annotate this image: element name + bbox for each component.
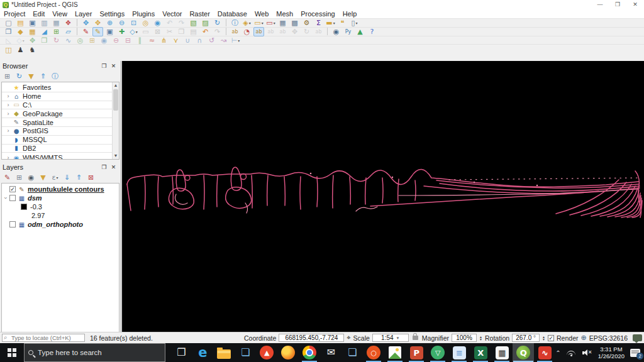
excel-icon[interactable]: X — [470, 343, 491, 362]
remove-layer-icon[interactable]: ⊠ — [86, 173, 96, 182]
edge-icon[interactable]: e — [192, 343, 213, 362]
browser-item-db2[interactable]: ▮DB2 — [2, 145, 119, 153]
layer-visibility-checkbox[interactable] — [9, 221, 16, 228]
remote-desktop-icon[interactable]: ❏ — [235, 343, 256, 362]
restore-button[interactable]: ❐ — [609, 0, 626, 9]
zoom-next-icon[interactable]: ↷ — [176, 18, 187, 28]
text-annotation-icon[interactable]: ▯▾ — [349, 18, 360, 28]
statistics-icon[interactable]: Σ — [313, 18, 324, 28]
delete-ring-icon[interactable]: ⊖ — [111, 36, 121, 45]
expand-all-icon[interactable]: ⇓ — [62, 173, 72, 182]
refresh-browser-icon[interactable]: ↻ — [14, 72, 25, 81]
delete-part-icon[interactable]: ⊟ — [123, 36, 133, 45]
select-features-icon[interactable]: ▭▾ — [253, 18, 264, 28]
zoom-out-icon[interactable]: ⊖ — [116, 18, 127, 28]
photos-app-icon[interactable] — [384, 343, 406, 362]
current-edits-icon[interactable]: ✎ — [80, 27, 91, 36]
menu-raster[interactable]: Raster — [186, 9, 213, 19]
menu-edit[interactable]: Edit — [29, 9, 48, 19]
filter-legend-icon[interactable]: ▼ — [38, 173, 48, 182]
modify-attributes-icon[interactable]: ▭ — [140, 27, 151, 36]
zoom-to-selection-icon[interactable]: ◎ — [140, 18, 151, 28]
layer-item-odm-orthophoto[interactable]: ▦odm_orthophoto — [2, 220, 119, 229]
trim-extend-icon[interactable]: ⊢▾ — [230, 36, 241, 45]
new-project-icon[interactable]: ▢ — [3, 18, 14, 28]
volume-muted-icon[interactable]: ✕ — [582, 349, 592, 356]
browser-item-geopackage[interactable]: ›◆GeoPackage — [2, 109, 119, 118]
menu-web[interactable]: Web — [251, 9, 272, 19]
deselect-features-icon[interactable]: ▭▾ — [265, 18, 276, 28]
menu-help[interactable]: Help — [339, 9, 361, 19]
rotate-point-symbols-icon[interactable]: ↺ — [206, 36, 217, 45]
red-s-app-icon[interactable]: ∿ — [534, 343, 555, 362]
layer-item-dsm[interactable]: ›▦dsm — [2, 194, 119, 202]
processing-toolbox-icon[interactable]: ⚙ — [301, 18, 312, 28]
layer-item-mountukulele-contours[interactable]: ✎mountukulele contours — [2, 185, 119, 194]
data-source-manager-icon[interactable]: ❐ — [3, 27, 14, 36]
add-part-icon[interactable]: ⊞ — [87, 36, 97, 45]
save-layer-edits-icon[interactable]: ▣ — [104, 27, 115, 36]
new-shapefile-layer-icon[interactable]: ▱ — [63, 27, 74, 36]
browser-item-home[interactable]: ›⌂Home — [2, 92, 119, 101]
refresh-map-icon[interactable]: ↻ — [212, 18, 223, 28]
messages-icon[interactable] — [633, 334, 642, 341]
ubuntu-icon[interactable]: ○ — [363, 343, 384, 362]
metasearch-icon[interactable]: ◉ — [331, 27, 341, 36]
new-3d-map-view-icon[interactable]: ▨ — [200, 18, 211, 28]
zoom-full-icon[interactable]: ⊡ — [128, 18, 139, 28]
pin-labels-icon[interactable]: ab — [265, 27, 276, 36]
calculator-icon[interactable]: ▦ — [491, 343, 513, 362]
start-button[interactable] — [0, 343, 24, 362]
vertex-tool-icon[interactable]: ◇▾ — [128, 27, 139, 36]
layer-styling-icon[interactable]: ✎ — [2, 173, 13, 182]
cad-tools-icon[interactable]: ◇▾ — [15, 36, 26, 45]
rotate-label-icon[interactable]: ↻ — [301, 27, 312, 36]
close-panel-icon[interactable]: ✕ — [109, 63, 118, 69]
fill-ring-icon[interactable]: ◉ — [99, 36, 109, 45]
offset-curve-icon[interactable]: ∥ — [135, 36, 145, 45]
expand-arrow-icon[interactable]: › — [4, 155, 12, 160]
run-feature-action-icon[interactable]: ◈▾ — [242, 18, 252, 28]
float-panel-icon[interactable]: ❐ — [99, 164, 109, 170]
expand-arrow-icon[interactable]: › — [4, 128, 12, 134]
collapse-all-layers-icon[interactable]: ⇑ — [74, 173, 84, 182]
new-print-layout-icon[interactable]: ▥ — [39, 18, 50, 28]
layer-visibility-checkbox[interactable] — [9, 195, 16, 201]
toggle-editing-icon[interactable]: ✎ — [92, 27, 103, 36]
coordinate-value[interactable]: 668195.450,-7.724 — [279, 334, 344, 342]
map-themes-icon[interactable]: ◉ — [26, 173, 36, 182]
task-view-button[interactable]: ❐ — [170, 343, 192, 362]
filter-expression-icon[interactable]: ε▾ — [50, 173, 60, 182]
mail-icon[interactable]: ✉ — [320, 343, 341, 362]
rotation-value[interactable]: 267.0 ° — [512, 334, 540, 342]
add-selected-layers-icon[interactable]: ⊞ — [2, 72, 13, 81]
tray-chevron-icon[interactable]: ⌃ — [555, 349, 560, 356]
lock-scale-icon[interactable] — [413, 336, 418, 340]
render-checkbox[interactable] — [548, 335, 554, 341]
browser-item-c-drive[interactable]: ›▭C:\ — [2, 101, 119, 110]
layer-visibility-checkbox[interactable] — [9, 186, 16, 192]
expand-arrow-icon[interactable]: › — [4, 111, 12, 117]
reshape-features-icon[interactable]: ≈ — [147, 36, 157, 45]
plugin-tool-icon-2[interactable]: ♞ — [27, 45, 38, 55]
add-ring-icon[interactable]: ◎ — [75, 36, 86, 45]
add-delimited-text-icon[interactable]: ⊞ — [51, 27, 62, 36]
chrome-icon[interactable] — [299, 343, 320, 362]
scroll-down-icon[interactable]: ▼ — [113, 153, 119, 159]
magnifier-spinner[interactable]: ▲▼ — [479, 336, 482, 341]
measure-icon[interactable]: ▬▾ — [325, 18, 336, 28]
map-canvas[interactable] — [122, 61, 644, 332]
browser-item-wms[interactable]: ›◉WMS/WMTS — [2, 153, 119, 160]
browser-properties-icon[interactable]: ⓘ — [50, 72, 60, 81]
expand-arrow-icon[interactable]: › — [4, 102, 12, 108]
expand-arrow-icon[interactable]: › — [4, 93, 12, 99]
menu-settings[interactable]: Settings — [96, 9, 128, 19]
rotation-spinner[interactable]: ▲▼ — [542, 336, 545, 341]
notifications-icon[interactable]: 2 — [630, 349, 640, 357]
redo-icon[interactable]: ↷ — [212, 27, 223, 36]
legend-entry-max[interactable]: 2.97 — [2, 211, 119, 220]
offset-point-symbol-icon[interactable]: ↝ — [218, 36, 229, 45]
network-computers-icon[interactable]: ❏ — [341, 343, 363, 362]
rotate-feature-icon[interactable]: ↻ — [51, 36, 62, 45]
move-feature-icon[interactable]: ✥ — [27, 36, 38, 45]
